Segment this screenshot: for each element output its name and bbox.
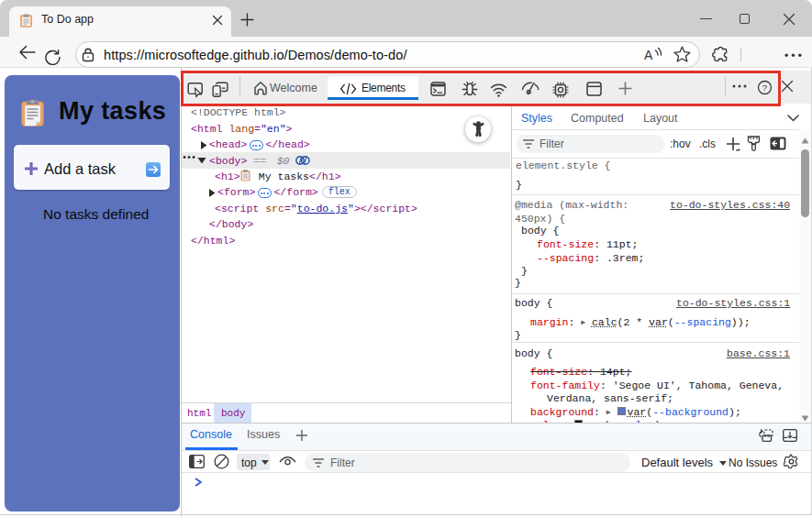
svg-text:A: A: [644, 48, 653, 62]
